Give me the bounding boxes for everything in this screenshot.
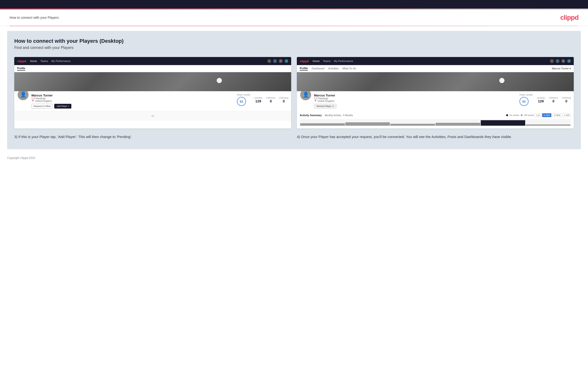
profile-section-2: 👤 Marcus Turner 1-5 Handicap 📍 United Ki… — [297, 91, 574, 111]
legend-on-course — [506, 114, 508, 116]
nav-item-home-1[interactable]: Home — [30, 60, 37, 62]
activity-period: Monthly Activity - 6 Months — [325, 114, 353, 117]
activity-title: Activity Summary — [300, 114, 322, 117]
header-title: How to connect with your Players — [9, 16, 59, 19]
player-country-1: 📍 United Kingdom — [31, 100, 237, 102]
nav-icons-2: ○ 👤 ⚙ 🌐 — [550, 59, 571, 63]
golf-ball-1 — [217, 78, 222, 83]
mock-tabs-1: Profile — [14, 65, 291, 72]
nav-item-performance-2[interactable]: My Performance — [334, 60, 353, 62]
tab-whattoon-2[interactable]: What To On — [342, 67, 356, 70]
mock-tabs-2: Profile Dashboard Activities What To On … — [297, 65, 574, 72]
pencil-icon-1: ✎ — [150, 113, 155, 119]
profile-info-1: Marcus Turner 1-5 Handicap 📍 United King… — [31, 94, 237, 108]
remove-player-button[interactable]: Remove Player ✕ — [314, 104, 337, 108]
legend-on-label: On course — [510, 114, 519, 117]
caption-4-text: 4) Once your Player has accepted your re… — [297, 134, 574, 140]
filter-6mths[interactable]: 6 mths — [542, 113, 551, 117]
action-buttons-1: Request to Follow Add Player + — [31, 104, 237, 108]
settings-icon-2[interactable]: ⚙ — [561, 59, 565, 63]
tab-user-name-2: Marcus Turner ▾ — [552, 67, 571, 70]
legend-off-course — [521, 114, 523, 116]
screenshots-row: clippd Home Teams My Performance ○ 👤 ⚙ 🌐… — [14, 57, 574, 128]
chart-bar-4 — [435, 123, 480, 126]
quality-circle-1: 92 — [237, 97, 246, 106]
tab-profile-2[interactable]: Profile — [300, 67, 308, 71]
close-icon-remove: ✕ — [332, 105, 334, 107]
location-icon-1: 📍 — [31, 100, 34, 102]
golf-ball-2 — [499, 78, 504, 83]
nav-item-home-2[interactable]: Home — [312, 60, 320, 62]
chart-bar-5 — [481, 120, 526, 126]
banner-img-1 — [14, 72, 291, 91]
activities-block-1: Activities 129 — [254, 97, 263, 103]
chart-bar-1 — [300, 123, 345, 126]
follow-button-1[interactable]: Request to Follow — [31, 104, 53, 108]
quality-block-1: Player Quality 92 — [237, 94, 250, 106]
following-block-1: Following 0 — [279, 97, 288, 103]
profile-info-2: Marcus Turner 1-5 Handicap 📍 United King… — [314, 94, 519, 108]
page-subheading: Find and connect with your Players — [14, 46, 574, 50]
following-block-2: Following 0 — [562, 97, 571, 103]
caption-3-text: 3) If this is your Player tap, 'Add Play… — [14, 134, 291, 140]
globe-icon-1[interactable]: 🌐 — [285, 59, 288, 63]
user-icon-2[interactable]: 👤 — [556, 59, 560, 63]
page-heading: How to connect with your Players (Deskto… — [14, 38, 574, 44]
action-buttons-2: Remove Player ✕ — [314, 104, 519, 108]
mock-nav-2: clippd Home Teams My Performance ○ 👤 ⚙ 🌐 — [297, 57, 574, 65]
activity-filters: On course Off course 1 yr 6 mths 3 mths … — [506, 113, 571, 117]
add-player-button-1[interactable]: Add Player + — [54, 104, 71, 108]
footer: Copyright Clippd 2022 — [0, 154, 588, 162]
user-icon-1[interactable]: 👤 — [273, 59, 277, 63]
chart-bar-3 — [390, 124, 435, 126]
followers-block-2: Followers 0 — [549, 97, 558, 103]
player-country-2: 📍 United Kingdom — [314, 100, 519, 102]
player-name-2: Marcus Turner — [314, 94, 519, 97]
settings-icon-1[interactable]: ⚙ — [279, 59, 283, 63]
chart-area — [300, 119, 571, 126]
tab-activities-2[interactable]: Activities — [328, 67, 338, 70]
quality-label-2: Player Quality — [519, 94, 533, 96]
header: How to connect with your Players clippd — [0, 9, 588, 26]
globe-icon-2[interactable]: 🌐 — [567, 59, 571, 63]
search-icon-2[interactable]: ○ — [550, 59, 554, 63]
player-handicap-2: 1-5 Handicap — [314, 97, 519, 100]
legend-off-label: Off course — [524, 114, 534, 117]
copyright-text: Copyright Clippd 2022 — [7, 156, 35, 160]
stats-row-2: Player Quality 92 Activities 129 Followe… — [519, 94, 571, 106]
filter-1mth[interactable]: 1 mth — [562, 113, 571, 117]
pencil-area-1: ✎ — [14, 111, 291, 121]
activity-summary: Activity Summary Monthly Activity - 6 Mo… — [297, 111, 574, 128]
golf-banner-1 — [14, 72, 291, 91]
avatar-icon-2: 👤 — [303, 92, 309, 98]
nav-item-teams-1[interactable]: Teams — [40, 60, 48, 62]
mock-logo-1: clippd — [17, 59, 26, 63]
nav-item-performance-1[interactable]: My Performance — [51, 60, 71, 62]
top-bar — [0, 0, 588, 8]
nav-icons-1: ○ 👤 ⚙ 🌐 — [267, 59, 288, 63]
filter-legend: On course Off course — [506, 114, 534, 117]
screenshot-1: clippd Home Teams My Performance ○ 👤 ⚙ 🌐… — [14, 57, 291, 128]
player-name-1: Marcus Turner — [31, 94, 237, 97]
activities-block-2: Activities 129 — [537, 97, 545, 103]
tab-dashboard-2[interactable]: Dashboard — [311, 67, 324, 70]
golf-banner-2 — [297, 72, 574, 91]
main-content: How to connect with your Players (Deskto… — [7, 31, 581, 149]
quality-label-1: Player Quality — [237, 94, 250, 96]
filter-3mths[interactable]: 3 mths — [552, 113, 562, 117]
tab-profile-1[interactable]: Profile — [17, 67, 25, 71]
banner-img-2 — [297, 72, 574, 91]
chart-bar-2 — [345, 122, 390, 126]
caption-3: 3) If this is your Player tap, 'Add Play… — [14, 134, 291, 140]
profile-section-1: 👤 Marcus Turner 1-5 Handicap 📍 United Ki… — [14, 91, 291, 111]
search-icon-1[interactable]: ○ — [267, 59, 271, 63]
avatar-icon-1: 👤 — [20, 92, 26, 98]
plus-icon-1: + — [68, 105, 69, 107]
activity-header: Activity Summary Monthly Activity - 6 Mo… — [300, 113, 571, 117]
caption-4: 4) Once your Player has accepted your re… — [297, 134, 574, 140]
filter-1yr[interactable]: 1 yr — [535, 113, 541, 117]
divider-line — [9, 26, 579, 26]
captions-row: 3) If this is your Player tap, 'Add Play… — [14, 134, 574, 140]
mock-logo-2: clippd — [300, 59, 309, 63]
nav-item-teams-2[interactable]: Teams — [323, 60, 331, 62]
